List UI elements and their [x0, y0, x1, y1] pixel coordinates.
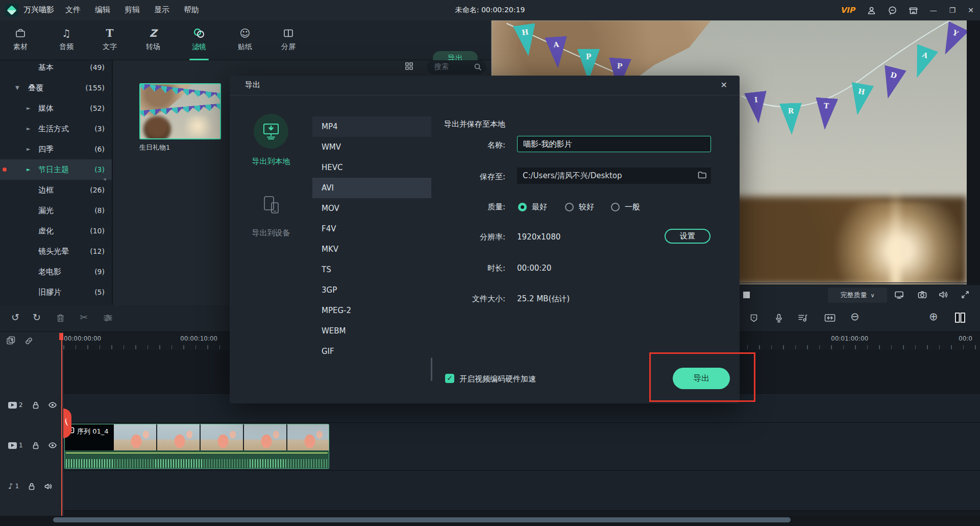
tab-audio[interactable]: ♫ 音频 [45, 22, 88, 60]
delete-icon[interactable] [56, 314, 65, 323]
account-icon[interactable] [867, 6, 876, 15]
tab-splitscreen[interactable]: 分屏 [267, 22, 310, 60]
quality-label: 完整质量 [840, 291, 867, 300]
menu-edit[interactable]: 编辑 [95, 5, 110, 15]
adjust-sliders-icon[interactable] [103, 314, 113, 322]
hw-accel-checkbox[interactable]: ✓ [445, 374, 454, 383]
filter-thumbnail-selected[interactable] [139, 83, 221, 139]
zoom-out-icon[interactable]: ⊖ [850, 310, 860, 323]
export-device-tab[interactable] [261, 195, 282, 215]
format-option[interactable]: TS [312, 259, 431, 280]
dialog-close-icon[interactable]: ✕ [721, 80, 727, 90]
format-option[interactable]: 3GP [312, 280, 431, 300]
quality-option-label[interactable]: 一般 [625, 202, 640, 212]
clip-transition-badge[interactable] [63, 409, 71, 438]
record-voiceover-icon[interactable] [775, 314, 782, 323]
format-option[interactable]: MKV [312, 239, 431, 259]
sidebar-item[interactable]: 镜头光晕 (12) [0, 241, 112, 261]
quality-radio-normal[interactable] [611, 203, 620, 211]
zoom-in-icon[interactable]: ⊕ [929, 310, 938, 323]
tab-transition[interactable]: Z 转场 [132, 22, 175, 60]
format-option[interactable]: WEBM [312, 321, 431, 341]
format-option[interactable]: WMV [312, 137, 431, 157]
dialog-header: 导出 ✕ [230, 76, 740, 95]
lock-icon[interactable] [33, 401, 39, 409]
quality-option-label[interactable]: 最好 [532, 202, 547, 212]
close-button[interactable]: ✕ [968, 6, 974, 14]
quality-radio-best[interactable] [518, 203, 527, 211]
quality-option-label[interactable]: 较好 [579, 202, 594, 212]
format-option[interactable]: HEVC [312, 157, 431, 178]
redo-icon[interactable]: ↻ [33, 312, 41, 323]
format-option[interactable]: GIF [312, 341, 431, 362]
tab-stickers[interactable]: ☺ 贴纸 [224, 22, 266, 60]
duplicate-icon[interactable] [6, 336, 15, 345]
format-option[interactable]: MP4 [312, 116, 431, 137]
format-label: MKV [322, 245, 338, 254]
resolution-settings-button[interactable]: 设置 [665, 229, 710, 244]
export-local-label[interactable]: 导出到本地 [230, 157, 312, 166]
speaker-icon[interactable] [44, 483, 52, 490]
sidebar-item[interactable]: 老电影 (9) [0, 261, 112, 282]
quality-radio-better[interactable] [565, 203, 574, 211]
split-scissors-icon[interactable]: ✂ [80, 312, 88, 323]
search-input[interactable]: 搜索 [427, 60, 486, 74]
export-local-tab[interactable] [254, 114, 288, 149]
export-device-label[interactable]: 导出到设备 [230, 228, 312, 238]
store-icon[interactable] [909, 6, 918, 15]
dual-viewer-icon[interactable] [954, 312, 966, 323]
hw-accel-label[interactable]: 开启视频编码硬件加速 [459, 374, 536, 384]
tab-filters[interactable]: 滤镜 [178, 22, 220, 60]
sidebar-item[interactable]: ► 节日主题 (3) [0, 159, 112, 180]
name-input[interactable]: 喵影-我的影片 [517, 136, 711, 152]
volume-icon[interactable] [939, 291, 948, 299]
format-option[interactable]: F4V [312, 219, 431, 239]
fullscreen-icon[interactable] [961, 291, 969, 299]
sidebar-item[interactable]: ► 四季 (6) [0, 139, 112, 159]
display-device-icon[interactable] [894, 291, 904, 299]
sidebar-item[interactable]: 旧膠片 (5) [0, 282, 112, 302]
format-option[interactable]: MPEG-2 [312, 300, 431, 321]
marker-icon[interactable] [750, 314, 758, 323]
sidebar-item[interactable]: 基本 (49) [0, 60, 112, 78]
sidebar-item[interactable]: ▼ 叠覆 (155) [0, 78, 112, 98]
minimize-button[interactable]: — [930, 6, 937, 14]
format-option[interactable]: AVI [312, 178, 431, 198]
menu-help[interactable]: 帮助 [184, 5, 199, 15]
stop-button[interactable] [743, 292, 750, 298]
audio-mixer-icon[interactable] [798, 314, 807, 322]
sidebar-item[interactable]: 虚化 (10) [0, 221, 112, 241]
playhead-line[interactable] [61, 333, 62, 516]
menu-clip[interactable]: 剪辑 [125, 5, 140, 15]
folder-icon[interactable] [698, 171, 706, 179]
audio-track-1-lane[interactable] [0, 470, 980, 511]
fit-timeline-icon[interactable] [824, 314, 836, 322]
panel-collapse-icon[interactable]: ◂ [103, 176, 106, 182]
grid-view-icon[interactable] [405, 62, 413, 70]
vip-badge[interactable]: VIP [841, 6, 855, 15]
undo-icon[interactable]: ↺ [11, 312, 19, 323]
tab-media[interactable]: 素材 [0, 22, 42, 60]
format-option[interactable]: MOV [312, 198, 431, 219]
feedback-icon[interactable] [888, 6, 897, 15]
eye-icon[interactable] [48, 442, 57, 448]
sidebar-item[interactable]: ► 生活方式 (3) [0, 118, 112, 139]
eye-icon[interactable] [48, 402, 57, 408]
restore-button[interactable]: ❐ [949, 6, 956, 14]
scrollbar-thumb[interactable] [53, 517, 791, 522]
sidebar-item[interactable]: 边框 (26) [0, 180, 112, 200]
tab-text[interactable]: T 文字 [88, 22, 131, 60]
playback-quality-dropdown[interactable]: 完整质量 ∨ [828, 288, 887, 303]
link-icon[interactable] [24, 337, 33, 345]
lock-icon[interactable] [33, 442, 39, 449]
format-list-scrollbar[interactable] [431, 357, 432, 381]
snapshot-camera-icon[interactable] [918, 291, 927, 299]
save-path-field[interactable]: C:/Users/清风不兴/Desktop [517, 168, 711, 184]
sidebar-item[interactable]: ► 媒体 (52) [0, 98, 112, 118]
transition-icon: Z [132, 26, 175, 41]
menu-file[interactable]: 文件 [65, 5, 81, 15]
menu-view[interactable]: 显示 [154, 5, 169, 15]
sidebar-item[interactable]: 漏光 (8) [0, 200, 112, 221]
lock-icon[interactable] [29, 483, 35, 490]
timeline-clip[interactable]: 序列 01_4 [64, 424, 329, 469]
